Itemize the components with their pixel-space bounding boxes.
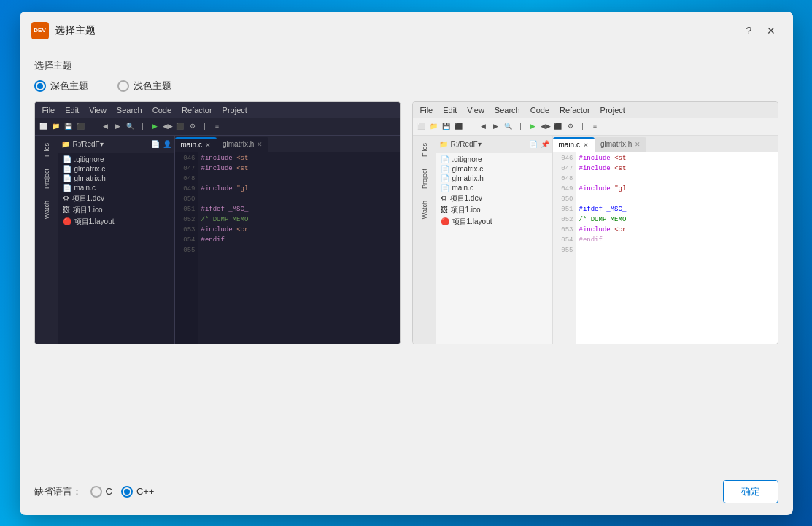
toolbar-copy-dark[interactable]: ⬛ [75,120,87,132]
lang-c-option[interactable]: C [90,486,112,498]
list-item[interactable]: 🖼项目1.ico [436,204,552,216]
light-pin-icon[interactable]: 📌 [541,140,549,148]
lang-cpp-radio[interactable] [121,486,133,498]
sidebar-files-dark[interactable]: Files [40,139,53,161]
dark-editor: main.c✕ glmatrix.h✕ 046047048049050 0510… [175,136,400,344]
sidebar-project-light[interactable]: Project [418,164,431,193]
lang-c-label: C [106,486,112,497]
light-theme-option[interactable]: 浅色主题 [117,80,171,93]
list-item[interactable]: 📄glmatrix.h [58,174,174,183]
menu-project-dark[interactable]: Project [218,104,252,116]
toolbar-run-light[interactable]: ▶ [527,120,539,132]
toolbar-build-dark[interactable]: ⚙ [187,120,198,132]
list-item[interactable]: 🔴项目1.layout [58,216,174,228]
menu-refactor-light[interactable]: Refactor [555,104,595,116]
toolbar-new-dark[interactable]: ⬜ [38,120,50,132]
menu-project-light[interactable]: Project [596,104,630,116]
light-folder-path: R:/RedF▾ [451,140,482,148]
dark-tab-glmatrix[interactable]: glmatrix.h✕ [217,137,268,152]
lang-cpp-option[interactable]: C++ [121,486,155,498]
menu-edit-dark[interactable]: Edit [61,104,83,116]
app-icon: DEV [31,22,49,39]
close-button[interactable]: ✕ [761,20,781,41]
toolbar-zoom-light[interactable]: 🔍 [503,120,514,132]
menu-view-light[interactable]: View [463,104,489,116]
dark-toolbar: ⬜ 📁 💾 ⬛ | ◀ ▶ 🔍 | ▶ ◀▶ ⬛ ⚙ | ≡ [35,118,400,136]
list-item[interactable]: 📄glmatrix.h [436,174,552,183]
light-sidebar: Files Project Watch [413,136,436,344]
dark-theme-radio[interactable] [34,80,46,92]
light-line-numbers: 046047048049050 051052053054055 [553,152,576,344]
list-item[interactable]: ⚙项目1.dev [58,193,174,204]
sidebar-project-dark[interactable]: Project [40,164,53,193]
toolbar-sep2-light: | [515,120,527,132]
light-file-header: 📁 R:/RedF▾ 📄 📌 [436,136,552,153]
toolbar-save-dark[interactable]: 💾 [63,120,74,132]
toolbar-stop-light[interactable]: ⬛ [552,120,564,132]
dialog-body: 选择主题 深色主题 浅色主题 File Edit View Search [20,47,793,473]
dark-sidebar: Files Project Watch [35,136,58,344]
toolbar-build-light[interactable]: ⚙ [565,120,576,132]
toolbar-options-light[interactable]: ≡ [589,120,601,132]
toolbar-stop-dark[interactable]: ⬛ [174,120,186,132]
menu-edit-light[interactable]: Edit [438,104,461,116]
toolbar-debug-light[interactable]: ◀▶ [540,120,552,132]
light-file-panel: 📁 R:/RedF▾ 📄 📌 📄.gitignore 📄glmatrix.c 📄… [436,136,553,344]
dark-menubar: File Edit View Search Code Refactor Proj… [35,102,400,118]
list-item[interactable]: 🖼项目1.ico [58,204,174,216]
list-item[interactable]: 📄glmatrix.c [436,164,552,174]
menu-code-dark[interactable]: Code [148,104,176,116]
dialog-title: 选择主题 [55,24,738,37]
sidebar-watch-light[interactable]: Watch [418,196,431,223]
toolbar-zoom-dark[interactable]: 🔍 [125,120,136,132]
confirm-button[interactable]: 确定 [723,480,778,503]
light-content: Files Project Watch 📁 R:/RedF▾ 📄 📌 📄.git… [413,136,778,344]
light-tab-glmatrix[interactable]: glmatrix.h✕ [595,137,646,152]
light-theme-label: 浅色主题 [134,80,171,93]
menu-file-dark[interactable]: File [38,104,60,116]
list-item[interactable]: 📄.gitignore [58,155,174,164]
dark-content: Files Project Watch 📁 R:/RedF▾ 📄 👤 📄.git… [35,136,400,344]
toolbar-sep1-light: | [465,120,477,132]
toolbar-copy-light[interactable]: ⬛ [453,120,465,132]
light-code-lines: #include <st #include <st #include "gl #… [576,152,778,344]
help-button[interactable]: ? [739,20,759,41]
toolbar-open-dark[interactable]: 📁 [50,120,62,132]
light-tab-mainc[interactable]: main.c✕ [553,137,595,152]
dark-theme-option[interactable]: 深色主题 [34,80,88,93]
list-item[interactable]: ⚙项目1.dev [436,193,552,204]
toolbar-open-light[interactable]: 📁 [428,120,440,132]
list-item[interactable]: 📄main.c [436,183,552,193]
list-item[interactable]: 📄.gitignore [436,155,552,164]
toolbar-save-light[interactable]: 💾 [441,120,452,132]
toolbar-debug-dark[interactable]: ◀▶ [162,120,174,132]
toolbar-fwd-light[interactable]: ▶ [490,120,502,132]
menu-refactor-dark[interactable]: Refactor [177,104,217,116]
list-item[interactable]: 📄main.c [58,183,174,193]
menu-search-dark[interactable]: Search [112,104,147,116]
light-file-list: 📄.gitignore 📄glmatrix.c 📄glmatrix.h 📄mai… [436,153,552,229]
light-theme-radio[interactable] [117,80,129,92]
light-new-file-icon[interactable]: 📄 [529,140,538,148]
dark-new-file-icon[interactable]: 📄 [151,140,160,148]
dark-code-area: 046047048049050 051052053054055 #include… [175,152,400,344]
list-item[interactable]: 📄glmatrix.c [58,164,174,174]
lang-c-radio[interactable] [90,486,102,498]
dark-user-icon[interactable]: 👤 [163,140,171,148]
toolbar-back-dark[interactable]: ◀ [100,120,112,132]
toolbar-fwd-dark[interactable]: ▶ [112,120,124,132]
toolbar-run-dark[interactable]: ▶ [150,120,161,132]
sidebar-files-light[interactable]: Files [418,139,431,161]
sidebar-watch-dark[interactable]: Watch [40,196,53,223]
toolbar-back-light[interactable]: ◀ [478,120,490,132]
menu-view-dark[interactable]: View [85,104,111,116]
dark-tab-mainc[interactable]: main.c✕ [175,137,217,152]
menu-file-light[interactable]: File [416,104,438,116]
toolbar-sep3: | [199,120,211,132]
toolbar-options-dark[interactable]: ≡ [212,120,223,132]
lang-cpp-label: C++ [136,486,155,497]
menu-code-light[interactable]: Code [526,104,554,116]
toolbar-new-light[interactable]: ⬜ [416,120,428,132]
list-item[interactable]: 🔴项目1.layout [436,216,552,228]
menu-search-light[interactable]: Search [490,104,525,116]
